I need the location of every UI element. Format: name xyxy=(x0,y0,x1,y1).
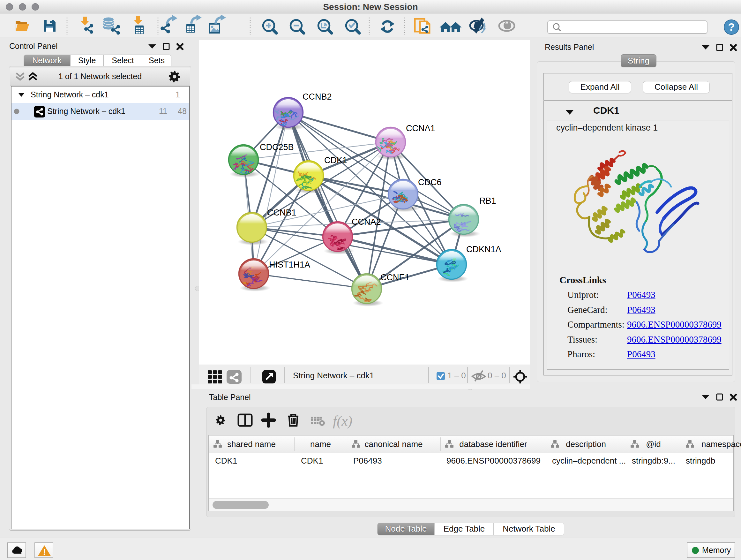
svg-text:CDC25B: CDC25B xyxy=(260,142,294,152)
svg-text:CDK1: CDK1 xyxy=(324,155,347,165)
svg-text:CDC6: CDC6 xyxy=(418,178,442,187)
svg-text:HIST1H1A: HIST1H1A xyxy=(269,260,310,269)
svg-text:?: ? xyxy=(728,21,735,33)
svg-text:CCNA1: CCNA1 xyxy=(406,124,435,133)
svg-text:CCNB2: CCNB2 xyxy=(302,92,332,102)
svg-text:f(x): f(x) xyxy=(333,413,352,429)
svg-text:CCNB1: CCNB1 xyxy=(267,208,296,217)
svg-text:CCNA2: CCNA2 xyxy=(352,217,381,227)
svg-text:CDKN1A: CDKN1A xyxy=(466,245,501,254)
svg-text:CCNE1: CCNE1 xyxy=(381,273,410,282)
svg-text:RB1: RB1 xyxy=(479,196,496,206)
